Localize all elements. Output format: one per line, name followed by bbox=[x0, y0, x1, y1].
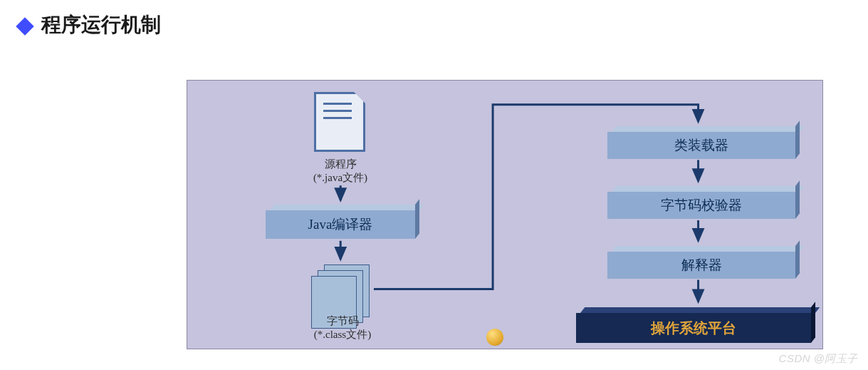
verifier-block: 字节码校验器 bbox=[607, 192, 795, 219]
loader-label: 类装载器 bbox=[607, 132, 795, 159]
heading-text: 程序运行机制 bbox=[41, 11, 161, 38]
interpreter-label: 解释器 bbox=[607, 252, 795, 279]
watermark: CSDN @阿玉子 bbox=[779, 352, 858, 366]
compiler-label: Java编译器 bbox=[266, 210, 415, 239]
bytecode-line2: (*.class文件) bbox=[314, 329, 371, 340]
diagram-frame: 源程序 (*.java文件) Java编译器 字节码 (*.class文件) 类… bbox=[187, 80, 823, 349]
class-loader-block: 类装载器 bbox=[607, 132, 795, 159]
bytecode-line1: 字节码 bbox=[327, 315, 359, 327]
platform-label: 操作系统平台 bbox=[576, 313, 811, 343]
source-document-icon bbox=[314, 92, 365, 152]
section-heading: 程序运行机制 bbox=[14, 11, 161, 38]
source-line1: 源程序 bbox=[325, 158, 357, 170]
compiler-block: Java编译器 bbox=[266, 210, 415, 239]
bullet-diamond-icon bbox=[16, 17, 33, 35]
verifier-label: 字节码校验器 bbox=[607, 192, 795, 219]
platform-block: 操作系统平台 bbox=[576, 313, 811, 343]
emoji-icon bbox=[486, 329, 503, 346]
interpreter-block: 解释器 bbox=[607, 252, 795, 279]
source-caption: 源程序 (*.java文件) bbox=[294, 158, 387, 185]
bytecode-caption: 字节码 (*.class文件) bbox=[286, 314, 399, 341]
source-line2: (*.java文件) bbox=[313, 172, 367, 183]
